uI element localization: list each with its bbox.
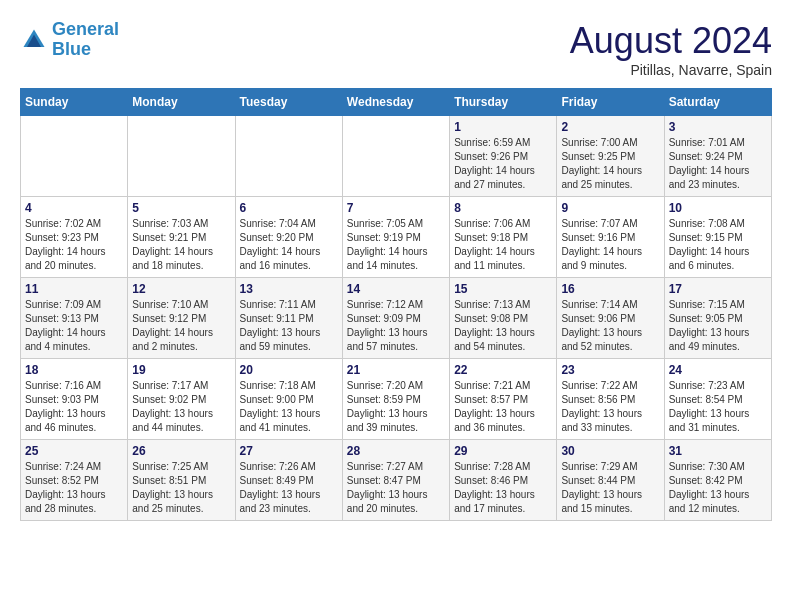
day-number-29: 29 <box>454 444 552 458</box>
day-number-14: 14 <box>347 282 445 296</box>
logo-blue: Blue <box>52 39 91 59</box>
day-number-15: 15 <box>454 282 552 296</box>
day-cell-27: 27Sunrise: 7:26 AM Sunset: 8:49 PM Dayli… <box>235 440 342 521</box>
page-header: General Blue August 2024 Pitillas, Navar… <box>20 20 772 78</box>
day-cell-10: 10Sunrise: 7:08 AM Sunset: 9:15 PM Dayli… <box>664 197 771 278</box>
day-info-16: Sunrise: 7:14 AM Sunset: 9:06 PM Dayligh… <box>561 298 659 354</box>
day-info-27: Sunrise: 7:26 AM Sunset: 8:49 PM Dayligh… <box>240 460 338 516</box>
day-header-friday: Friday <box>557 89 664 116</box>
day-info-9: Sunrise: 7:07 AM Sunset: 9:16 PM Dayligh… <box>561 217 659 273</box>
day-number-22: 22 <box>454 363 552 377</box>
day-cell-3: 3Sunrise: 7:01 AM Sunset: 9:24 PM Daylig… <box>664 116 771 197</box>
day-number-5: 5 <box>132 201 230 215</box>
logo: General Blue <box>20 20 119 60</box>
day-info-24: Sunrise: 7:23 AM Sunset: 8:54 PM Dayligh… <box>669 379 767 435</box>
day-cell-18: 18Sunrise: 7:16 AM Sunset: 9:03 PM Dayli… <box>21 359 128 440</box>
day-info-31: Sunrise: 7:30 AM Sunset: 8:42 PM Dayligh… <box>669 460 767 516</box>
day-cell-5: 5Sunrise: 7:03 AM Sunset: 9:21 PM Daylig… <box>128 197 235 278</box>
day-info-3: Sunrise: 7:01 AM Sunset: 9:24 PM Dayligh… <box>669 136 767 192</box>
day-cell-17: 17Sunrise: 7:15 AM Sunset: 9:05 PM Dayli… <box>664 278 771 359</box>
day-info-17: Sunrise: 7:15 AM Sunset: 9:05 PM Dayligh… <box>669 298 767 354</box>
day-cell-22: 22Sunrise: 7:21 AM Sunset: 8:57 PM Dayli… <box>450 359 557 440</box>
day-header-monday: Monday <box>128 89 235 116</box>
day-info-11: Sunrise: 7:09 AM Sunset: 9:13 PM Dayligh… <box>25 298 123 354</box>
day-info-23: Sunrise: 7:22 AM Sunset: 8:56 PM Dayligh… <box>561 379 659 435</box>
day-info-26: Sunrise: 7:25 AM Sunset: 8:51 PM Dayligh… <box>132 460 230 516</box>
day-info-20: Sunrise: 7:18 AM Sunset: 9:00 PM Dayligh… <box>240 379 338 435</box>
day-number-16: 16 <box>561 282 659 296</box>
day-number-27: 27 <box>240 444 338 458</box>
day-info-13: Sunrise: 7:11 AM Sunset: 9:11 PM Dayligh… <box>240 298 338 354</box>
day-info-8: Sunrise: 7:06 AM Sunset: 9:18 PM Dayligh… <box>454 217 552 273</box>
day-info-6: Sunrise: 7:04 AM Sunset: 9:20 PM Dayligh… <box>240 217 338 273</box>
day-header-saturday: Saturday <box>664 89 771 116</box>
day-cell-12: 12Sunrise: 7:10 AM Sunset: 9:12 PM Dayli… <box>128 278 235 359</box>
day-header-thursday: Thursday <box>450 89 557 116</box>
day-cell-7: 7Sunrise: 7:05 AM Sunset: 9:19 PM Daylig… <box>342 197 449 278</box>
day-cell-31: 31Sunrise: 7:30 AM Sunset: 8:42 PM Dayli… <box>664 440 771 521</box>
day-number-10: 10 <box>669 201 767 215</box>
day-number-18: 18 <box>25 363 123 377</box>
logo-text: General Blue <box>52 20 119 60</box>
day-number-4: 4 <box>25 201 123 215</box>
day-number-20: 20 <box>240 363 338 377</box>
day-cell-13: 13Sunrise: 7:11 AM Sunset: 9:11 PM Dayli… <box>235 278 342 359</box>
day-cell-16: 16Sunrise: 7:14 AM Sunset: 9:06 PM Dayli… <box>557 278 664 359</box>
day-number-1: 1 <box>454 120 552 134</box>
day-info-12: Sunrise: 7:10 AM Sunset: 9:12 PM Dayligh… <box>132 298 230 354</box>
day-number-17: 17 <box>669 282 767 296</box>
day-info-4: Sunrise: 7:02 AM Sunset: 9:23 PM Dayligh… <box>25 217 123 273</box>
day-number-12: 12 <box>132 282 230 296</box>
day-number-3: 3 <box>669 120 767 134</box>
day-cell-19: 19Sunrise: 7:17 AM Sunset: 9:02 PM Dayli… <box>128 359 235 440</box>
week-row-5: 25Sunrise: 7:24 AM Sunset: 8:52 PM Dayli… <box>21 440 772 521</box>
calendar-header: SundayMondayTuesdayWednesdayThursdayFrid… <box>21 89 772 116</box>
week-row-4: 18Sunrise: 7:16 AM Sunset: 9:03 PM Dayli… <box>21 359 772 440</box>
logo-general: General <box>52 19 119 39</box>
week-row-2: 4Sunrise: 7:02 AM Sunset: 9:23 PM Daylig… <box>21 197 772 278</box>
day-number-28: 28 <box>347 444 445 458</box>
day-cell-24: 24Sunrise: 7:23 AM Sunset: 8:54 PM Dayli… <box>664 359 771 440</box>
day-info-1: Sunrise: 6:59 AM Sunset: 9:26 PM Dayligh… <box>454 136 552 192</box>
day-cell-1: 1Sunrise: 6:59 AM Sunset: 9:26 PM Daylig… <box>450 116 557 197</box>
day-info-10: Sunrise: 7:08 AM Sunset: 9:15 PM Dayligh… <box>669 217 767 273</box>
day-number-24: 24 <box>669 363 767 377</box>
day-cell-29: 29Sunrise: 7:28 AM Sunset: 8:46 PM Dayli… <box>450 440 557 521</box>
day-info-14: Sunrise: 7:12 AM Sunset: 9:09 PM Dayligh… <box>347 298 445 354</box>
logo-icon <box>20 26 48 54</box>
day-number-21: 21 <box>347 363 445 377</box>
day-cell-20: 20Sunrise: 7:18 AM Sunset: 9:00 PM Dayli… <box>235 359 342 440</box>
day-number-7: 7 <box>347 201 445 215</box>
day-info-7: Sunrise: 7:05 AM Sunset: 9:19 PM Dayligh… <box>347 217 445 273</box>
day-header-row: SundayMondayTuesdayWednesdayThursdayFrid… <box>21 89 772 116</box>
day-cell-11: 11Sunrise: 7:09 AM Sunset: 9:13 PM Dayli… <box>21 278 128 359</box>
day-cell-15: 15Sunrise: 7:13 AM Sunset: 9:08 PM Dayli… <box>450 278 557 359</box>
title-block: August 2024 Pitillas, Navarre, Spain <box>570 20 772 78</box>
day-cell-14: 14Sunrise: 7:12 AM Sunset: 9:09 PM Dayli… <box>342 278 449 359</box>
day-info-21: Sunrise: 7:20 AM Sunset: 8:59 PM Dayligh… <box>347 379 445 435</box>
day-number-26: 26 <box>132 444 230 458</box>
day-number-2: 2 <box>561 120 659 134</box>
day-number-30: 30 <box>561 444 659 458</box>
day-info-28: Sunrise: 7:27 AM Sunset: 8:47 PM Dayligh… <box>347 460 445 516</box>
day-info-2: Sunrise: 7:00 AM Sunset: 9:25 PM Dayligh… <box>561 136 659 192</box>
day-number-25: 25 <box>25 444 123 458</box>
empty-cell <box>21 116 128 197</box>
day-info-15: Sunrise: 7:13 AM Sunset: 9:08 PM Dayligh… <box>454 298 552 354</box>
calendar-body: 1Sunrise: 6:59 AM Sunset: 9:26 PM Daylig… <box>21 116 772 521</box>
day-cell-26: 26Sunrise: 7:25 AM Sunset: 8:51 PM Dayli… <box>128 440 235 521</box>
day-number-6: 6 <box>240 201 338 215</box>
day-info-30: Sunrise: 7:29 AM Sunset: 8:44 PM Dayligh… <box>561 460 659 516</box>
day-header-sunday: Sunday <box>21 89 128 116</box>
day-cell-25: 25Sunrise: 7:24 AM Sunset: 8:52 PM Dayli… <box>21 440 128 521</box>
week-row-3: 11Sunrise: 7:09 AM Sunset: 9:13 PM Dayli… <box>21 278 772 359</box>
day-cell-23: 23Sunrise: 7:22 AM Sunset: 8:56 PM Dayli… <box>557 359 664 440</box>
day-number-8: 8 <box>454 201 552 215</box>
empty-cell <box>342 116 449 197</box>
day-info-29: Sunrise: 7:28 AM Sunset: 8:46 PM Dayligh… <box>454 460 552 516</box>
day-cell-4: 4Sunrise: 7:02 AM Sunset: 9:23 PM Daylig… <box>21 197 128 278</box>
day-cell-30: 30Sunrise: 7:29 AM Sunset: 8:44 PM Dayli… <box>557 440 664 521</box>
empty-cell <box>128 116 235 197</box>
day-cell-9: 9Sunrise: 7:07 AM Sunset: 9:16 PM Daylig… <box>557 197 664 278</box>
day-number-19: 19 <box>132 363 230 377</box>
